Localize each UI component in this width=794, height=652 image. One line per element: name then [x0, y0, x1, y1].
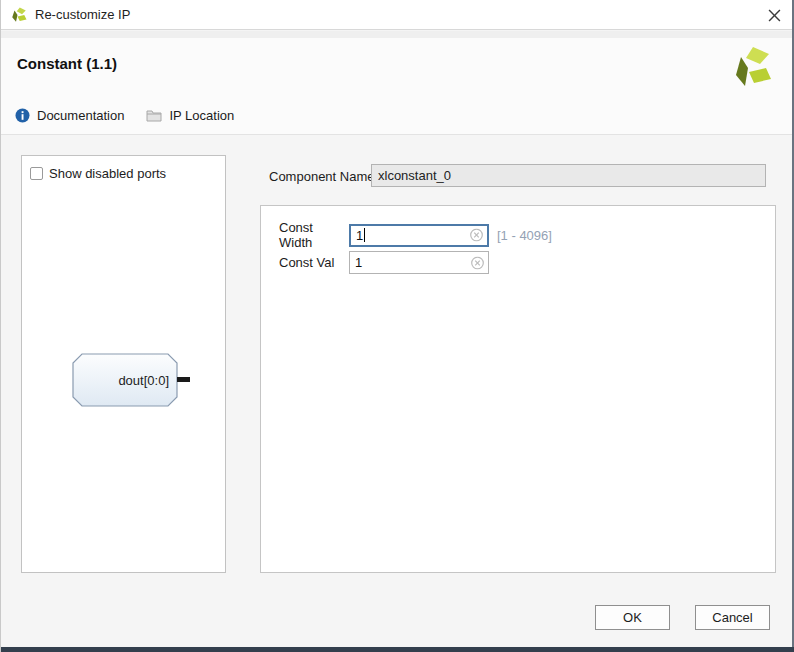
const-val-label: Const Val — [279, 255, 349, 270]
window-title: Re-customize IP — [35, 7, 130, 22]
xilinx-logo — [729, 45, 773, 91]
ip-symbol-panel: Show disabled ports dout[0:0] — [21, 155, 226, 573]
const-width-label: Const Width — [279, 220, 349, 250]
ip-location-label: IP Location — [169, 108, 234, 123]
show-disabled-ports-row: Show disabled ports — [30, 166, 166, 181]
const-width-row: Const Width 1 [1 - 4096] — [279, 220, 552, 250]
xilinx-app-icon — [10, 6, 28, 24]
dout-port-label: dout[0:0] — [118, 373, 169, 388]
close-button[interactable] — [761, 4, 787, 26]
const-width-value: 1 — [356, 228, 363, 243]
const-width-input[interactable]: 1 — [349, 224, 489, 247]
const-width-range-hint: [1 - 4096] — [497, 228, 552, 243]
header-strip — [1, 31, 794, 38]
window-edge-bottom — [1, 647, 794, 652]
component-name-field[interactable]: xlconstant_0 — [371, 164, 766, 187]
parameters-panel: Const Width 1 [1 - 4096] Const Val 1 — [260, 205, 776, 573]
documentation-button[interactable]: Documentation — [11, 106, 128, 125]
ip-location-button[interactable]: IP Location — [142, 106, 238, 125]
show-disabled-ports-label: Show disabled ports — [49, 166, 166, 181]
show-disabled-ports-checkbox[interactable] — [30, 167, 43, 180]
ok-button[interactable]: OK — [595, 605, 670, 630]
dialog-header: Constant (1.1) Documentation IP Loca — [1, 31, 794, 135]
text-caret — [364, 228, 365, 242]
clear-icon[interactable] — [471, 256, 484, 269]
component-name-label: Component Name — [269, 169, 375, 184]
title-bar: Re-customize IP — [1, 0, 794, 30]
const-val-value: 1 — [355, 255, 362, 270]
header-toolbar: Documentation IP Location — [11, 103, 238, 127]
documentation-label: Documentation — [37, 108, 124, 123]
recustomize-ip-dialog: Re-customize IP Constant (1.1) Docume — [0, 0, 794, 652]
constant-block-diagram: dout[0:0] — [68, 348, 200, 412]
const-val-input[interactable]: 1 — [349, 251, 489, 274]
dout-port-stub — [177, 377, 190, 382]
ip-title: Constant (1.1) — [17, 55, 117, 72]
cancel-button[interactable]: Cancel — [695, 605, 770, 630]
dialog-content: Show disabled ports dout[0:0] Component … — [1, 135, 794, 646]
clear-icon[interactable] — [470, 229, 483, 242]
info-icon — [15, 108, 30, 123]
close-icon — [768, 9, 781, 22]
folder-icon — [146, 109, 162, 122]
const-val-row: Const Val 1 — [279, 251, 489, 274]
